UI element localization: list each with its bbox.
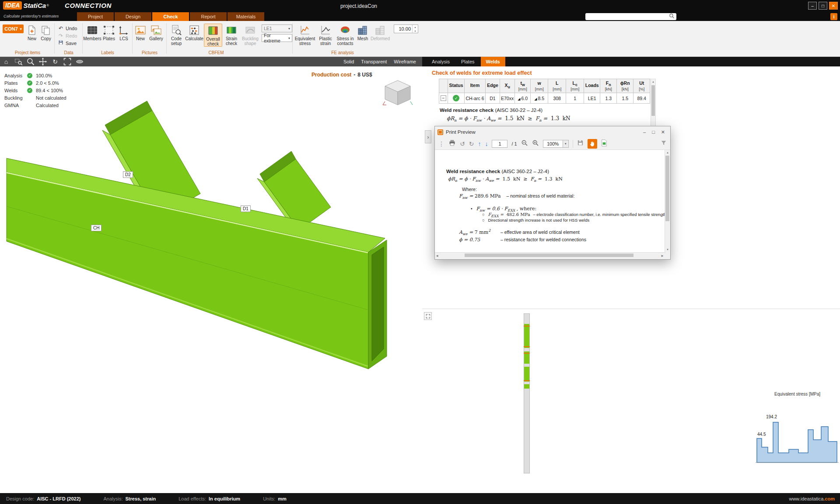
scrollbar-thumb[interactable]: [465, 254, 634, 257]
stress-in-contacts-button[interactable]: Stress in contacts: [335, 24, 355, 46]
deformed-button[interactable]: Deformed: [370, 24, 390, 41]
print-button[interactable]: [448, 139, 456, 148]
gallery-button[interactable]: Gallery: [148, 24, 164, 41]
collapse-row-button[interactable]: −: [441, 95, 446, 101]
ribbon-tab-row: Calculate yesterday's estimates Project …: [0, 12, 840, 21]
buckling-shape-button[interactable]: Buckling shape: [241, 24, 260, 46]
navigation-cube[interactable]: [382, 77, 414, 109]
deformation-scale-spinner[interactable]: 10.00 ▲ ▼: [394, 24, 418, 33]
export-icon[interactable]: [577, 139, 584, 148]
clipping-plane-icon[interactable]: [74, 57, 86, 66]
tab-report[interactable]: Report: [190, 12, 227, 21]
tab-project[interactable]: Project: [77, 12, 114, 21]
save-button[interactable]: Save: [58, 39, 77, 47]
panel-expander-button[interactable]: ›: [425, 130, 431, 143]
view-mode-solid[interactable]: Solid: [343, 59, 354, 64]
maximize-button[interactable]: □: [819, 2, 827, 10]
pan-icon[interactable]: [37, 57, 49, 66]
page-number-input[interactable]: 1: [492, 140, 508, 148]
previous-page-icon[interactable]: ↑: [478, 140, 481, 147]
close-button[interactable]: ✕: [829, 2, 838, 10]
mesh-button[interactable]: Mesh: [356, 24, 369, 41]
results-tab-welds[interactable]: Welds: [481, 57, 505, 66]
scroll-down-icon[interactable]: ▼: [665, 247, 670, 252]
zoom-level-dropdown[interactable]: 100% ▾: [543, 140, 569, 148]
zoom-icon[interactable]: [24, 57, 37, 66]
tab-design[interactable]: Design: [115, 12, 151, 21]
new-project-item-button[interactable]: New: [25, 24, 38, 41]
filter-icon[interactable]: [661, 140, 667, 148]
group-data: ↶ Undo ↷ Redo Save Data: [56, 21, 81, 56]
copy-button[interactable]: Copy: [39, 24, 52, 41]
extreme-filter-dropdown[interactable]: For extreme ▾: [262, 34, 292, 42]
cell-l: 308: [548, 93, 566, 104]
minimize-button[interactable]: –: [808, 2, 817, 10]
preview-redo-icon[interactable]: ↻: [469, 140, 474, 147]
connection-selector[interactable]: CON7 ▾: [3, 24, 24, 33]
tab-materials[interactable]: Materials: [228, 12, 264, 21]
chevron-down-icon: ▾: [288, 27, 290, 31]
calculate-button[interactable]: Calculate: [186, 24, 203, 41]
model-viewport[interactable]: D2 D1 CH Analysis ✓ 100.0% Plates ✓ 2.0 …: [0, 66, 422, 493]
code-setup-button[interactable]: Code setup: [168, 24, 185, 46]
spinner-down-icon[interactable]: ▼: [413, 29, 418, 33]
results-tab-plates[interactable]: Plates: [456, 57, 480, 66]
new-picture-button[interactable]: New: [134, 24, 147, 41]
print-preview-titlebar[interactable]: Print Preview – □ ✕: [435, 126, 670, 138]
toolbar-handle-icon[interactable]: ⋮: [438, 140, 444, 147]
search-input[interactable]: [585, 13, 676, 20]
scroll-up-icon[interactable]: ▲: [665, 150, 670, 155]
zoom-out-icon[interactable]: [521, 139, 528, 148]
preview-horizontal-scrollbar[interactable]: ◀ ▶: [435, 252, 665, 258]
home-view-icon[interactable]: ⌂: [0, 57, 12, 66]
scrollbar-thumb[interactable]: [651, 85, 655, 116]
scroll-right-icon[interactable]: ▶: [660, 253, 665, 258]
expand-diagram-button[interactable]: [424, 312, 432, 320]
next-page-icon[interactable]: ↓: [485, 140, 488, 147]
connection-3d-model[interactable]: [0, 66, 422, 493]
member-label-d1: D1: [241, 205, 251, 212]
report-app-icon: [438, 129, 443, 135]
strain-check-button[interactable]: Strain check: [223, 24, 240, 46]
plates-labels-button[interactable]: Plates: [102, 24, 116, 41]
ribbon: CON7 ▾ New Copy Project items: [0, 21, 840, 57]
header-loads: Loads: [584, 79, 600, 93]
members-labels-button[interactable]: Members: [84, 24, 101, 41]
preview-minimize-button[interactable]: –: [643, 129, 646, 135]
pan-hand-button[interactable]: [588, 139, 597, 149]
table-header-row: Status Item Edge Xu tw[mm] w[mm] L[mm] L…: [439, 79, 650, 93]
preview-undo-icon[interactable]: ↺: [460, 140, 465, 147]
header-edge: Edge: [486, 79, 500, 93]
zoom-in-icon[interactable]: [532, 139, 539, 148]
status-ok-icon: ✓: [453, 95, 459, 101]
overall-check-button[interactable]: Overall check: [204, 24, 222, 47]
view-mode-transparent[interactable]: Transparent: [361, 59, 387, 64]
website-link[interactable]: www.ideastatica.com: [789, 496, 835, 501]
lcs-labels-button[interactable]: LCS: [117, 24, 130, 41]
preview-vertical-scrollbar[interactable]: ▲ ▼: [665, 150, 670, 252]
load-case-dropdown[interactable]: LE1 ▾: [262, 24, 292, 32]
results-tab-analysis[interactable]: Analysis: [427, 57, 455, 66]
spinner-up-icon[interactable]: ▲: [413, 25, 418, 29]
view-mode-wireframe[interactable]: Wireframe: [394, 59, 416, 64]
group-project-items: CON7 ▾ New Copy Project items: [3, 21, 52, 56]
redo-button[interactable]: ↷ Redo: [58, 32, 77, 39]
zoom-fit-icon[interactable]: [61, 57, 74, 66]
report-document-icon[interactable]: [601, 139, 607, 148]
scrollbar-thumb[interactable]: [665, 156, 669, 221]
tab-check[interactable]: Check: [152, 12, 189, 21]
zoom-window-icon[interactable]: [12, 57, 24, 66]
preview-maximize-button[interactable]: □: [652, 129, 655, 135]
group-label-pictures: Pictures: [134, 50, 165, 55]
help-button[interactable]: i: [830, 13, 837, 20]
preview-close-button[interactable]: ✕: [661, 129, 665, 135]
plastic-strain-button[interactable]: Plastic strain: [317, 24, 334, 46]
scroll-up-icon[interactable]: ▲: [651, 79, 655, 84]
print-preview-window[interactable]: Print Preview – □ ✕ ⋮ ↺ ↻ ↑ ↓ 1 / 1: [434, 126, 671, 260]
equivalent-stress-button[interactable]: Equivalent stress: [294, 24, 316, 46]
undo-button[interactable]: ↶ Undo: [58, 24, 77, 32]
scroll-left-icon[interactable]: ◀: [435, 253, 439, 258]
rotate-view-icon[interactable]: ↻: [49, 57, 61, 66]
print-preview-page[interactable]: Weld resistance check (AISC 360-22 – J2-…: [435, 150, 665, 252]
table-row[interactable]: − ✓ CH-arc 6 D1 E70xx ◢6.0 ◢8.5 308 1 LE…: [439, 93, 650, 104]
